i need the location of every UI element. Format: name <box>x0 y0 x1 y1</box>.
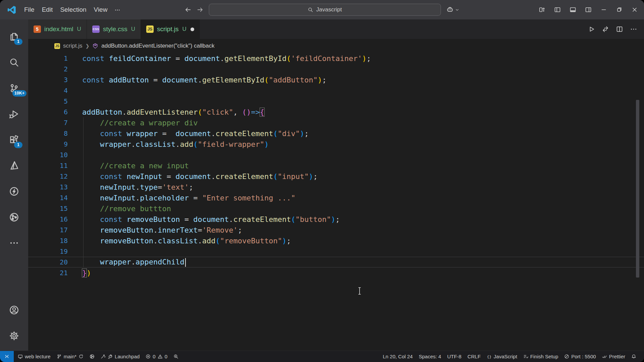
close-button[interactable] <box>631 6 638 13</box>
git-status-badge: U <box>131 26 135 33</box>
activity-git-graph[interactable] <box>0 204 28 230</box>
breadcrumb: JS script.js ❯ addButton.addEventListene… <box>28 39 644 53</box>
code-line-14[interactable]: 14 newInput.placeholder = "Enter somethi… <box>28 192 644 203</box>
code-line-18[interactable]: 18 removeButton.classList.add("removeBut… <box>28 235 644 246</box>
html-icon: 5 <box>34 25 41 33</box>
menu-edit[interactable]: Edit <box>38 4 57 15</box>
activity-run-debug[interactable] <box>0 101 28 127</box>
status-encoding[interactable]: UTF-8 <box>444 351 465 362</box>
activity-search[interactable] <box>0 49 28 75</box>
restore-button[interactable] <box>616 6 623 13</box>
status-live-server-port[interactable]: Port : 5500 <box>561 351 599 362</box>
menu-file[interactable]: File <box>20 4 38 15</box>
status-language-mode[interactable]: {}JavaScript <box>484 351 520 362</box>
account-icon <box>9 305 19 315</box>
code-line-11[interactable]: 11 //create a new input <box>28 160 644 171</box>
status-eol[interactable]: CRLF <box>465 351 484 362</box>
status-finish-setup[interactable]: Finish Setup <box>520 351 561 362</box>
line-number: 21 <box>28 269 68 277</box>
zoom-in-icon <box>173 354 178 359</box>
status-notifications[interactable] <box>628 351 639 362</box>
status-cursor-position[interactable]: Ln 20, Col 24 <box>380 351 416 362</box>
breadcrumb-symbol[interactable]: addButton.addEventListener("click") call… <box>101 43 214 49</box>
code-line-17[interactable]: 17 removeButton.innerText='Remove'; <box>28 225 644 235</box>
tab-label: index.html <box>44 25 73 33</box>
activity-settings[interactable] <box>0 323 28 349</box>
activity-source-control[interactable]: 10K+ <box>0 75 28 101</box>
search-input[interactable]: Javascript <box>209 4 441 16</box>
line-number: 3 <box>28 76 68 84</box>
copilot-menu[interactable] <box>446 6 460 13</box>
badge: 10K+ <box>12 90 26 97</box>
play-icon[interactable] <box>588 25 595 33</box>
line-number: 12 <box>28 172 68 180</box>
code-line-20[interactable]: 20 wrapper.appendChild <box>28 257 644 267</box>
code-editor[interactable]: 1const feildContainer = document.getElem… <box>28 53 644 351</box>
code-line-10[interactable]: 10 <box>28 149 644 160</box>
code-line-7[interactable]: 7 //create a wrapper div <box>28 117 644 128</box>
status-indentation[interactable]: Spaces: 4 <box>416 351 444 362</box>
code-line-4[interactable]: 4 <box>28 85 644 96</box>
status-launchpad[interactable]: Launchpad <box>98 351 143 362</box>
editor-actions <box>588 19 644 39</box>
error-icon <box>146 354 151 359</box>
code-line-12[interactable]: 12 const newInput = document.createEleme… <box>28 171 644 182</box>
run-debug-icon <box>9 109 19 119</box>
compare-icon[interactable] <box>602 25 609 33</box>
code-line-8[interactable]: 8 const wrapper = document.createElement… <box>28 128 644 139</box>
code-line-13[interactable]: 13 newInput.type='text'; <box>28 182 644 192</box>
back-icon[interactable] <box>185 6 192 13</box>
line-number: 17 <box>28 226 68 234</box>
status-screencast-zoom[interactable] <box>170 351 181 362</box>
forward-icon[interactable] <box>197 6 204 13</box>
status-problems[interactable]: 00 <box>143 351 170 362</box>
breadcrumb-file[interactable]: script.js <box>63 43 83 49</box>
status-git-graph-status[interactable] <box>87 351 98 362</box>
code-line-5[interactable]: 5 <box>28 96 644 107</box>
line-number: 13 <box>28 183 68 191</box>
activity-more-views[interactable] <box>0 230 28 256</box>
minimize-button[interactable] <box>600 6 607 13</box>
sync-icon <box>78 354 84 359</box>
git-status-badge: U <box>77 26 81 33</box>
scrollbar-thumb[interactable] <box>636 100 639 278</box>
menu-more[interactable] <box>111 6 124 13</box>
toggle-panel-icon[interactable] <box>570 6 576 13</box>
status-left: web lecturemain*Launchpad00 <box>0 351 181 362</box>
code-line-3[interactable]: 3const addButton = document.getElementBy… <box>28 74 644 85</box>
code-line-6[interactable]: 6addButton.addEventListener("click", ()=… <box>28 107 644 117</box>
toggle-secondary-sidebar-icon[interactable] <box>585 6 592 13</box>
line-number: 6 <box>28 108 68 116</box>
activity-extensions[interactable]: 1 <box>0 127 28 153</box>
status-prettier[interactable]: Prettier <box>599 351 628 362</box>
line-number: 9 <box>28 140 68 148</box>
split-icon[interactable] <box>616 25 623 33</box>
status-git-branch[interactable]: main* <box>54 351 87 362</box>
code-line-1[interactable]: 1const feildContainer = document.getElem… <box>28 53 644 64</box>
ellipsis-icon[interactable] <box>630 25 637 33</box>
code-line-2[interactable]: 2 <box>28 64 644 74</box>
tab-script-js[interactable]: JSscript.jsU <box>141 19 200 39</box>
toggle-sidebar-icon[interactable] <box>554 6 561 13</box>
tab-style-css[interactable]: CSSstyle.cssU <box>87 19 141 39</box>
customize-layout-icon[interactable] <box>539 6 545 13</box>
tab-index-html[interactable]: 5index.htmlU <box>28 19 87 39</box>
menu-selection[interactable]: Selection <box>56 4 90 15</box>
activity-thunder-client[interactable] <box>0 178 28 204</box>
vscode-logo-icon <box>7 5 16 14</box>
status-remote[interactable] <box>0 351 14 362</box>
activity-account[interactable] <box>0 297 28 323</box>
code-line-9[interactable]: 9 wrapper.classList.add("field-wrapper") <box>28 139 644 149</box>
monitor-icon <box>18 354 23 359</box>
code-line-21[interactable]: 21}) <box>28 267 644 278</box>
activity-prism[interactable] <box>0 153 28 178</box>
unsaved-dot[interactable] <box>191 27 194 31</box>
status-project[interactable]: web lecture <box>15 351 54 362</box>
search-icon <box>9 57 19 67</box>
activity-explorer[interactable]: 1 <box>0 23 28 49</box>
line-number: 1 <box>28 54 68 62</box>
menu-view[interactable]: View <box>90 4 111 15</box>
code-line-19[interactable]: 19 <box>28 246 644 257</box>
code-line-15[interactable]: 15 //remove buttton <box>28 203 644 214</box>
code-line-16[interactable]: 16 const removeButton = document.createE… <box>28 214 644 225</box>
